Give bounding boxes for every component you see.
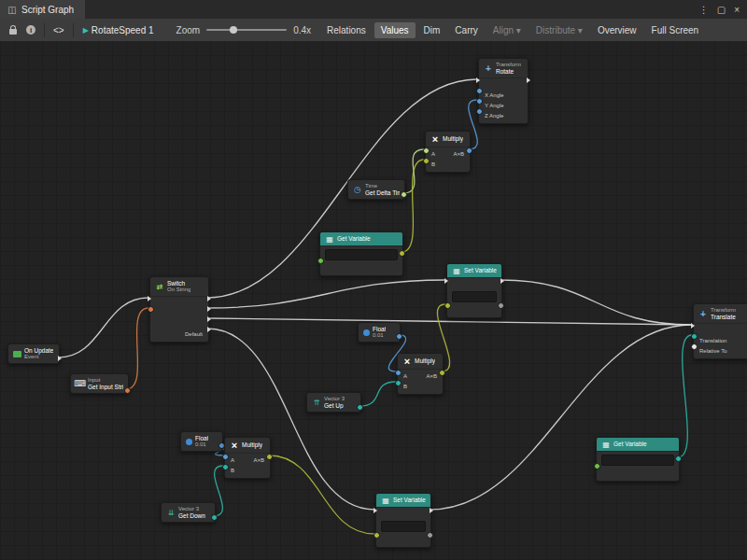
node-translate[interactable]: TransformTranslateTranslationRelative To <box>693 303 747 359</box>
right-port[interactable] <box>396 333 402 340</box>
node-on-update[interactable]: On UpdateEvent <box>7 343 60 364</box>
left-port[interactable] <box>691 343 698 350</box>
node-float-1[interactable]: Float0.01 <box>358 322 401 343</box>
variable-icon <box>325 234 334 244</box>
right-port[interactable] <box>527 77 530 83</box>
node-header: TransformRotate <box>479 59 528 77</box>
right-port[interactable] <box>675 455 682 462</box>
port-label: A×B <box>453 151 464 157</box>
graph-canvas[interactable]: On UpdateEventInputGet Input StrinSwitch… <box>0 42 747 560</box>
menu-button[interactable]: ⋮ <box>699 5 709 15</box>
right-port[interactable] <box>207 316 211 322</box>
node-get-variable-1[interactable]: Get Variable <box>319 231 403 276</box>
node-multiply-1[interactable]: MultiplyAA×BB <box>425 131 471 173</box>
left-port[interactable] <box>395 380 402 386</box>
toolbar-button-dim[interactable]: Dim <box>417 22 447 38</box>
tab-script-graph[interactable]: Script Graph <box>0 0 85 19</box>
node-title: Multiply <box>415 357 435 364</box>
lock-button[interactable] <box>5 24 21 36</box>
left-port[interactable] <box>444 302 451 309</box>
right-port[interactable] <box>211 514 218 521</box>
port-label: X Angle <box>485 92 504 98</box>
port-row <box>150 318 208 329</box>
node-title: Get Down <box>178 512 205 519</box>
port-label: A <box>431 151 435 157</box>
node-title: Translate <box>711 314 736 320</box>
node-multiply-3[interactable]: MultiplyAA×BB <box>224 437 271 479</box>
left-port[interactable] <box>222 454 229 460</box>
right-port[interactable] <box>207 327 211 332</box>
left-port[interactable] <box>148 296 151 301</box>
left-port[interactable] <box>476 88 483 94</box>
node-set-variable-2[interactable]: Set Variable <box>375 493 431 548</box>
zoom-slider[interactable] <box>206 29 287 31</box>
node-multiply-2[interactable]: MultiplyAA×BB <box>397 353 444 395</box>
right-port[interactable] <box>498 302 504 309</box>
variable-name-field[interactable] <box>452 291 497 302</box>
node-switch-on-string[interactable]: SwitchOn StringDefault <box>149 276 209 343</box>
left-port[interactable] <box>423 147 430 154</box>
left-port[interactable] <box>148 306 154 313</box>
node-get-delta-time[interactable]: TimeGet Delta Time <box>347 179 405 200</box>
toolbar-button-align--[interactable]: Align ▾ <box>486 22 528 38</box>
toolbar-button-distribute--[interactable]: Distribute ▾ <box>529 22 589 38</box>
node-rotate[interactable]: TransformRotateX AngleY AngleZ Angle <box>478 58 529 124</box>
node-float-2[interactable]: Float0.01 <box>180 431 223 452</box>
right-port[interactable] <box>399 250 405 257</box>
right-port[interactable] <box>430 508 433 513</box>
zoom-handle[interactable] <box>230 26 237 34</box>
variable-name-field[interactable] <box>325 249 398 260</box>
node-vector3-get-down[interactable]: Vector 3Get Down <box>161 502 216 523</box>
variable-name-field[interactable] <box>601 455 674 466</box>
left-port[interactable] <box>691 333 698 340</box>
node-get-variable-2[interactable]: Get Variable <box>596 437 680 482</box>
left-port[interactable] <box>691 323 695 329</box>
toolbar-button-relations[interactable]: Relations <box>320 22 373 38</box>
right-port[interactable] <box>207 306 211 312</box>
info-button[interactable] <box>21 23 40 36</box>
right-port[interactable] <box>266 454 273 460</box>
toolbar-button-carry[interactable]: Carry <box>448 22 484 38</box>
left-port[interactable] <box>594 463 600 469</box>
close-button[interactable]: × <box>734 5 740 15</box>
left-port[interactable] <box>222 464 229 470</box>
right-port[interactable] <box>124 387 131 394</box>
variable-name-field[interactable] <box>381 521 426 532</box>
graph-reference[interactable]: RotateSpeed 1 <box>83 25 154 35</box>
left-port[interactable] <box>476 77 480 83</box>
left-port[interactable] <box>476 108 483 115</box>
right-port[interactable] <box>58 356 62 361</box>
maximize-button[interactable]: ▢ <box>717 5 726 15</box>
port-label: Z Angle <box>485 113 503 119</box>
left-port[interactable] <box>423 158 430 164</box>
right-port[interactable] <box>427 532 433 539</box>
toolbar-button-full-screen[interactable]: Full Screen <box>645 22 706 38</box>
right-port[interactable] <box>207 296 211 301</box>
port-row <box>150 298 208 308</box>
port-row <box>694 325 747 335</box>
node-title: On Update <box>24 347 53 354</box>
node-vector3-get-up[interactable]: Vector 3Get Up <box>306 392 361 413</box>
left-port[interactable] <box>374 532 380 539</box>
window-controls: ⋮▢× <box>699 5 747 15</box>
left-port[interactable] <box>374 508 377 513</box>
lock-icon <box>9 29 17 35</box>
left-port[interactable] <box>317 258 324 264</box>
left-port[interactable] <box>444 278 448 284</box>
port-row: Z Angle <box>479 110 528 120</box>
toolbar-button-overview[interactable]: Overview <box>591 22 643 38</box>
code-preview-button[interactable]: <> <box>49 23 69 37</box>
right-port[interactable] <box>401 191 407 198</box>
right-port[interactable] <box>500 278 504 284</box>
right-port[interactable] <box>466 147 472 154</box>
toolbar-button-values[interactable]: Values <box>374 22 416 38</box>
left-port[interactable] <box>395 370 402 376</box>
node-title: On String <box>167 287 190 293</box>
port-row: Relative To <box>694 345 747 356</box>
node-set-variable-1[interactable]: Set Variable <box>446 263 502 318</box>
node-get-input-string[interactable]: InputGet Input Strin <box>70 373 129 394</box>
left-port[interactable] <box>476 98 483 105</box>
node-layer: On UpdateEventInputGet Input StrinSwitch… <box>0 42 747 560</box>
right-port[interactable] <box>357 404 363 411</box>
right-port[interactable] <box>439 370 445 376</box>
